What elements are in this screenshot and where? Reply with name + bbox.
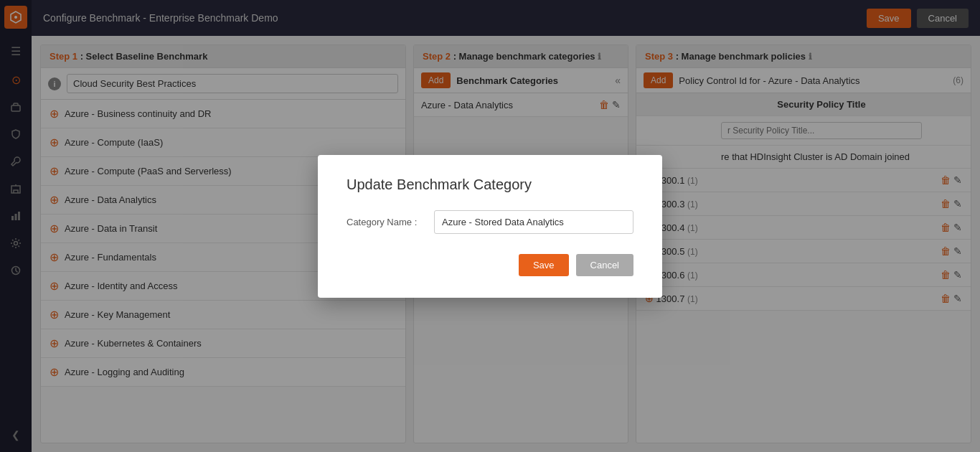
modal-actions: Save Cancel bbox=[347, 254, 633, 276]
category-name-input[interactable] bbox=[434, 210, 633, 234]
modal-title: Update Benchmark Category bbox=[347, 176, 633, 193]
modal-save-button[interactable]: Save bbox=[519, 254, 569, 276]
modal-box: Update Benchmark Category Category Name … bbox=[318, 155, 662, 298]
category-name-label: Category Name : bbox=[347, 217, 425, 227]
modal-overlay: Update Benchmark Category Category Name … bbox=[0, 0, 980, 452]
modal-field: Category Name : bbox=[347, 210, 633, 234]
modal-cancel-button[interactable]: Cancel bbox=[576, 254, 633, 276]
